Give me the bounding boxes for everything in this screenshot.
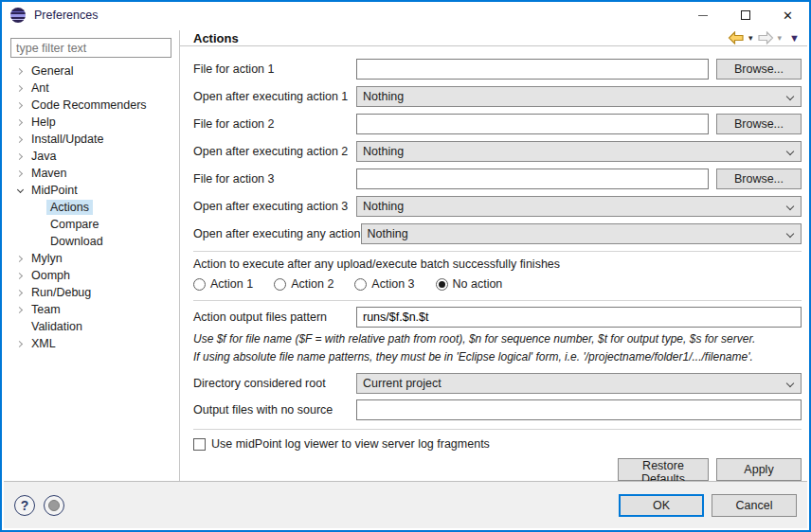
sidebar-item-validation[interactable]: Validation (4, 318, 178, 335)
expand-chevron-icon[interactable] (12, 115, 27, 130)
chevron-down-icon (786, 93, 794, 100)
restore-defaults-button[interactable]: Restore Defaults (618, 458, 709, 481)
chevron-down-icon (786, 148, 794, 155)
radio-icon (193, 278, 206, 291)
close-button[interactable]: ✕ (766, 2, 809, 28)
checkbox-icon[interactable] (193, 438, 206, 451)
sidebar-item-general[interactable]: General (4, 62, 178, 80)
command-link-toggle-button[interactable] (44, 495, 64, 516)
output-no-source-input[interactable] (356, 399, 802, 420)
maximize-button[interactable] (724, 2, 766, 28)
expand-chevron-icon[interactable] (12, 149, 27, 164)
file-action-2-label: File for action 2 (193, 117, 356, 131)
expand-chevron-icon[interactable] (12, 166, 27, 181)
expand-chevron-icon[interactable] (12, 285, 27, 300)
expand-chevron-icon[interactable] (12, 98, 27, 113)
browse-action-3-button[interactable]: Browse... (716, 168, 802, 189)
apply-button[interactable]: Apply (716, 458, 802, 481)
ok-button[interactable]: OK (619, 494, 704, 517)
page-title: Actions (193, 31, 728, 45)
radio-icon (274, 278, 286, 291)
sidebar-item-download[interactable]: Download (4, 233, 178, 250)
help-button[interactable]: ? (14, 495, 35, 516)
minimize-icon (698, 15, 708, 16)
chevron-down-icon (786, 380, 794, 387)
browse-action-1-button[interactable]: Browse... (716, 59, 802, 80)
cancel-button[interactable]: Cancel (712, 494, 797, 517)
preferences-tree: General Ant Code Recommenders Help Insta… (4, 62, 178, 352)
file-action-2-input[interactable] (356, 114, 709, 134)
radio-action-3[interactable]: Action 3 (354, 277, 414, 291)
question-mark-icon: ? (21, 498, 29, 513)
radio-icon (354, 278, 367, 291)
output-pattern-input[interactable] (356, 307, 802, 328)
sidebar-item-maven[interactable]: Maven (4, 165, 178, 182)
expand-chevron-icon[interactable] (12, 63, 27, 79)
expand-chevron-icon[interactable] (12, 268, 27, 283)
open-action-3-label: Open after executing action 3 (193, 200, 356, 213)
open-action-3-select[interactable]: Nothing (356, 196, 802, 217)
collapse-chevron-icon[interactable] (12, 183, 27, 198)
expand-chevron-icon[interactable] (12, 132, 27, 147)
sidebar-item-midpoint[interactable]: MidPoint (4, 182, 178, 199)
directory-root-label: Directory considered root (193, 377, 356, 390)
actions-form: File for action 1 Browse... Open after e… (180, 46, 807, 481)
back-arrow-icon[interactable] (728, 31, 745, 44)
window-title: Preferences (34, 9, 98, 22)
log-viewer-option[interactable]: Use midPoint log viewer to view server l… (193, 435, 802, 452)
expand-chevron-icon[interactable] (12, 251, 27, 266)
back-history-dropdown-icon[interactable]: ▾ (748, 34, 753, 43)
pattern-hint-line-2: If using absolute file name patterns, th… (193, 350, 802, 364)
open-any-action-label: Open after executing any action (193, 227, 361, 240)
expand-chevron-icon[interactable] (12, 336, 27, 351)
open-action-1-label: Open after executing action 1 (193, 90, 356, 103)
open-any-action-select[interactable]: Nothing (361, 223, 802, 244)
directory-root-select[interactable]: Current project (356, 373, 802, 394)
open-action-2-select[interactable]: Nothing (356, 141, 802, 162)
sidebar-item-oomph[interactable]: Oomph (4, 267, 178, 284)
expand-chevron-icon[interactable] (12, 80, 27, 96)
sidebar-item-java[interactable]: Java (4, 148, 178, 165)
batch-action-radio-group: Action 1 Action 2 Action 3 No action (193, 275, 802, 293)
view-menu-icon[interactable]: ▼ (789, 32, 800, 44)
expand-chevron-icon[interactable] (12, 302, 27, 317)
section-divider (193, 429, 802, 430)
sidebar-item-mylyn[interactable]: Mylyn (4, 250, 178, 267)
sidebar-item-run-debug[interactable]: Run/Debug (4, 284, 178, 301)
open-action-1-select[interactable]: Nothing (356, 86, 802, 107)
preference-page: Actions ▾ ▾ ▼ File for action 1 Browse..… (180, 30, 807, 481)
chevron-down-icon (786, 230, 794, 238)
radio-no-action[interactable]: No action (436, 277, 503, 291)
output-no-source-label: Output files with no source (193, 403, 356, 417)
radio-selected-icon (436, 278, 448, 291)
sidebar-item-xml[interactable]: XML (4, 335, 178, 352)
log-viewer-label: Use midPoint log viewer to view server l… (211, 437, 490, 451)
file-action-1-input[interactable] (356, 59, 709, 80)
filter-input[interactable] (10, 38, 171, 58)
file-action-3-label: File for action 3 (193, 172, 356, 186)
record-icon (48, 500, 60, 511)
preferences-tree-panel: General Ant Code Recommenders Help Insta… (4, 30, 180, 481)
sidebar-item-ant[interactable]: Ant (4, 80, 178, 97)
minimize-button[interactable] (681, 2, 724, 28)
radio-action-2[interactable]: Action 2 (274, 277, 333, 291)
section-divider (193, 251, 802, 252)
browse-action-2-button[interactable]: Browse... (716, 114, 802, 134)
sidebar-item-actions[interactable]: Actions (4, 199, 178, 216)
open-action-2-label: Open after executing action 2 (193, 145, 356, 158)
close-icon: ✕ (783, 9, 793, 22)
sidebar-item-team[interactable]: Team (4, 301, 178, 318)
forward-history-dropdown-icon[interactable]: ▾ (778, 34, 783, 43)
section-divider (193, 300, 802, 301)
forward-arrow-icon[interactable] (757, 31, 774, 44)
sidebar-item-compare[interactable]: Compare (4, 216, 178, 233)
maximize-icon (741, 10, 750, 20)
file-action-3-input[interactable] (356, 168, 709, 189)
radio-action-1[interactable]: Action 1 (193, 277, 253, 291)
preferences-dialog: Preferences ✕ General Ant Code Recommend… (0, 0, 811, 532)
eclipse-logo-icon (10, 8, 26, 23)
output-pattern-label: Action output files pattern (193, 310, 356, 324)
sidebar-item-code-recommenders[interactable]: Code Recommenders (4, 97, 178, 114)
sidebar-item-install-update[interactable]: Install/Update (4, 131, 178, 148)
sidebar-item-help[interactable]: Help (4, 114, 178, 131)
